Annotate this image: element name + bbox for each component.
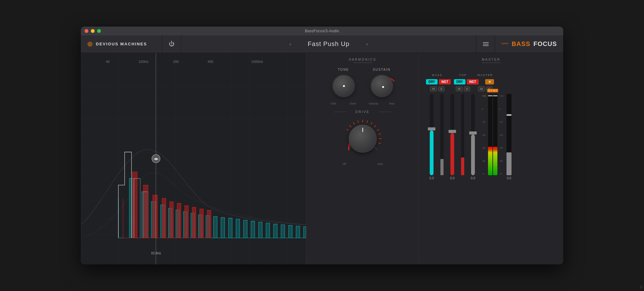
svg-line-22 [378,143,381,143]
vu-meters-group: +10 0 -10 -20 -30 -60 -∞ 5.7 [482,94,503,175]
svg-text:200: 200 [173,59,179,63]
bass-vu-bar [440,94,444,175]
top-s-button[interactable]: S [464,86,470,91]
drive-bottom-labels: Off Max [342,162,383,166]
svg-line-12 [349,125,351,127]
header: ⊕ DEVIOUS MACHINES ⏻ ‹ Fast Push Up › 〰 … [81,35,563,53]
bass-wet-button[interactable]: WET [439,79,451,84]
top-fader-value: 0.0 [450,176,454,180]
bass-s-button[interactable]: S [438,86,444,91]
top-fader-thumb[interactable] [449,130,456,133]
main-content: 40 100Hz 200 400 1000Hz [81,53,563,264]
master-divider [482,63,501,63]
db-scale-right: +10 0 -10 -20 -30 -60 -∞ [499,94,504,175]
maximize-button[interactable] [97,29,101,33]
drive-header: DRIVE [334,110,392,114]
tone-group: TONE Odd Even [331,68,356,105]
top-channel-label: TOP [452,72,474,77]
db-right-plus10: +10 [499,94,504,97]
top-fader-track[interactable] [450,94,454,175]
next-preset-button[interactable]: › [360,41,374,47]
bass-vu-group [440,94,444,175]
master-fader-thumb[interactable] [469,131,477,135]
db-neg20-label: -20 [482,134,486,136]
brand-section: ⊕ DEVIOUS MACHINES [81,35,162,53]
top-ms-buttons: M S [452,86,474,91]
master-cross-control: ✕ [482,79,497,84]
bass-fader-track[interactable] [430,94,434,175]
master-vu-bar-right [493,94,497,175]
tone-label: TONE [338,68,349,71]
menu-button[interactable] [476,35,495,53]
db-right-neginf: -∞ [499,172,504,175]
drive-knob[interactable] [349,125,377,153]
bass-m-button[interactable]: M [430,86,437,91]
top-controls: DRY WET [454,79,479,84]
power-button[interactable]: ⏻ [162,35,181,53]
svg-line-11 [346,129,349,130]
prev-preset-button[interactable]: ‹ [283,41,297,47]
tone-even-label: Even [350,102,356,105]
master-fader-track[interactable] [471,94,475,175]
db-plus10-label: +10 [482,94,486,97]
window-title: BassFocus/3-Audio [305,29,339,33]
bass-dry-button[interactable]: DRY [426,79,438,84]
tone-knob-wrapper [331,73,356,100]
bass-fader-thumb[interactable] [428,127,435,130]
drive-knob-container [341,117,385,161]
db-neg10-label: -10 [482,120,486,123]
tone-odd-label: Odd [331,102,336,105]
svg-line-17 [371,122,372,125]
db-0-label: 0 [482,108,486,110]
logo-bass: BASS [512,40,530,48]
channel-labels-row: BASS TOP MASTER [424,72,558,77]
bass-fader-group: 0.0 [426,94,437,180]
vu-peaks-row: 5.7 5.7 [488,94,497,175]
master-cross-button[interactable]: ✕ [485,79,494,84]
master-header: MASTER [424,58,558,68]
svg-line-19 [377,129,379,130]
master-fader-group: 0.0 [467,94,479,180]
db-right-0: 0 [499,108,504,110]
logo-section: 〰 BASS FOCUS [495,35,563,53]
top-wet-button[interactable]: WET [467,79,479,84]
top-vu-bar [461,94,464,175]
db-right-neg10: -10 [499,120,504,123]
title-bar: BassFocus/3-Audio [81,27,563,35]
bass-channel-label: BASS [426,72,449,77]
db-right-neg60: -60 [499,160,504,162]
app-window: BassFocus/3-Audio ⊕ DEVIOUS MACHINES ⏻ ‹… [81,27,563,264]
top-vu-group [461,94,464,175]
drive-off-label: Off [342,162,346,166]
top-dry-button[interactable]: DRY [454,79,465,84]
preset-name: Fast Push Up [297,40,360,48]
minimize-button[interactable] [91,29,95,33]
knobs-row: TONE Odd Even [331,68,395,105]
svg-text:400: 400 [207,59,213,63]
master-vu-bar-left [488,94,492,175]
drive-max-label: Max [377,162,383,166]
logo-icon: 〰 [501,40,508,48]
db-right-neg30: -30 [499,146,504,149]
brand-name: DEVIOUS MACHINES [96,42,147,46]
logo-focus: FOCUS [533,40,557,48]
frequency-drag-handle[interactable]: ◀▶ [152,154,160,163]
controls-row: DRY WET DRY WET ✕ [424,79,558,84]
sustain-knob-wrapper [369,73,395,100]
svg-line-20 [378,134,381,134]
svg-text:40: 40 [106,59,110,63]
svg-text:100Hz: 100Hz [139,59,149,63]
top-fader-group: 0.0 [447,94,458,180]
tone-sublabels: Odd Even [331,102,356,105]
master-panel: MASTER BASS TOP MASTER DRY [419,53,563,264]
drive-label: DRIVE [356,110,370,114]
top-peak-badge: 5.7 [492,89,498,92]
tone-knob[interactable] [333,75,355,97]
sustain-knob[interactable] [371,75,393,97]
master-fader-value: 0.0 [471,176,475,180]
top-m-button[interactable]: M [456,86,463,91]
close-button[interactable] [85,29,88,33]
master-m-button[interactable]: M [478,86,485,91]
master-vu-large [506,94,512,175]
faders-area: 0.0 0.0 [424,94,558,259]
